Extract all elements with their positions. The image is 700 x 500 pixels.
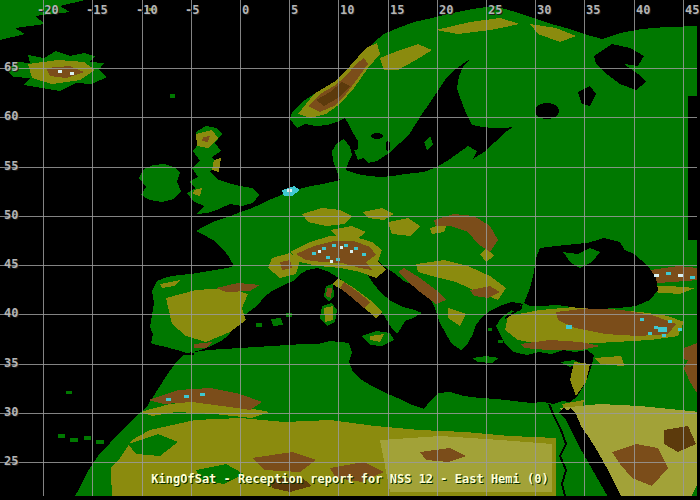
reception-map-screen: -20-15-10-505101520253035404565605550454… <box>0 0 700 500</box>
map-caption: KingOfSat - Reception report for NSS 12 … <box>151 472 548 486</box>
elevation-map <box>0 0 700 500</box>
